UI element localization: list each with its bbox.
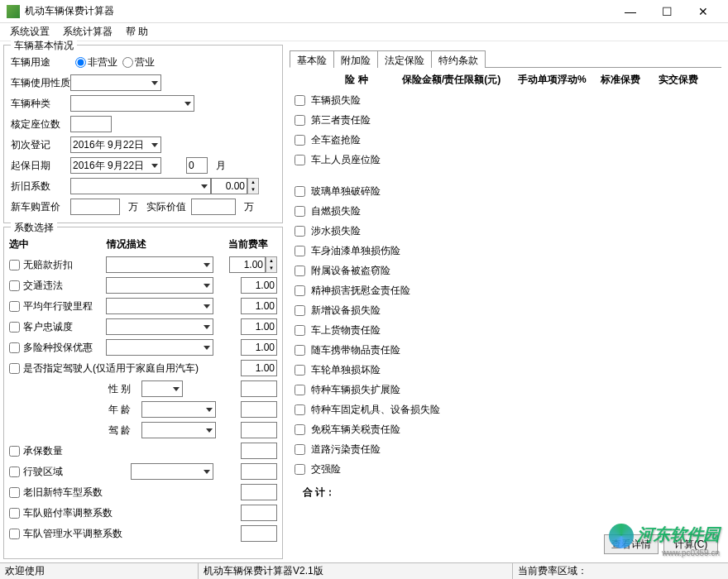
ins-check[interactable]: [295, 464, 305, 475]
months-input[interactable]: [186, 157, 208, 174]
driver-check[interactable]: [9, 363, 20, 374]
ins-check[interactable]: [295, 365, 305, 376]
sex-label: 性 别: [108, 382, 141, 396]
coeff-rate-input[interactable]: [241, 298, 277, 314]
tab-basic[interactable]: 基本险: [290, 50, 334, 68]
depr-select[interactable]: [70, 178, 211, 194]
age-rate[interactable]: [241, 401, 277, 418]
calculate-button[interactable]: 计算(C): [663, 534, 718, 554]
coeff-check-4[interactable]: [9, 342, 20, 353]
coeff-rate-input[interactable]: [229, 256, 266, 273]
menu-system-calculator[interactable]: 系统计算器: [58, 23, 117, 41]
ins-check[interactable]: [295, 385, 305, 395]
coeff-spin[interactable]: ▲▼: [266, 256, 277, 273]
usage-radio-commercial[interactable]: [122, 57, 133, 68]
coeff-desc-select[interactable]: [106, 339, 213, 356]
actual-input[interactable]: [191, 199, 236, 215]
ins-check[interactable]: [295, 345, 305, 356]
coeff-check-3[interactable]: [9, 322, 20, 333]
actual-label: 实际价值: [146, 200, 186, 214]
coeff-rate-input[interactable]: [241, 339, 277, 356]
ins-label: 免税车辆关税责任险: [311, 423, 716, 437]
sex-select[interactable]: [141, 380, 183, 397]
ins-check[interactable]: [295, 186, 305, 197]
extra-check-3[interactable]: [9, 508, 20, 519]
hdr-rate: 当前费率: [219, 237, 277, 251]
coeff-check-1[interactable]: [9, 280, 20, 291]
tab-special[interactable]: 特约条款: [431, 50, 486, 68]
driver-rate[interactable]: [241, 360, 277, 376]
first-reg-label: 初次登记: [9, 138, 70, 152]
ins-label: 涉水损失险: [311, 224, 716, 238]
ins-label: 车上货物责任险: [311, 323, 716, 337]
nature-select[interactable]: [70, 74, 161, 91]
ins-check[interactable]: [295, 135, 305, 146]
ins-label: 交强险: [311, 462, 716, 476]
ins-check[interactable]: [295, 115, 305, 126]
drive-age-select[interactable]: [141, 422, 216, 438]
insurance-item: 车辆损失险: [295, 90, 716, 110]
close-button[interactable]: ✕: [685, 1, 721, 22]
extra-rate-input[interactable]: [241, 484, 277, 500]
coeff-rate-input[interactable]: [241, 277, 277, 294]
seats-input[interactable]: [70, 116, 112, 132]
view-detail-button[interactable]: 查看详情: [604, 534, 659, 554]
coeff-desc-select[interactable]: [106, 298, 213, 314]
menu-system-settings[interactable]: 系统设置: [5, 23, 55, 41]
ins-check[interactable]: [295, 206, 305, 217]
age-select[interactable]: [141, 401, 216, 418]
first-reg-date[interactable]: [70, 136, 161, 153]
extra-rate-input[interactable]: [241, 505, 277, 521]
ins-check[interactable]: [295, 305, 305, 316]
usage-radio-noncommercial[interactable]: [75, 57, 86, 68]
start-date[interactable]: [70, 157, 161, 174]
extra-check-0[interactable]: [9, 446, 20, 457]
depr-value[interactable]: [211, 178, 247, 194]
type-label: 车辆种类: [9, 97, 70, 111]
coeff-rate-input[interactable]: [241, 318, 277, 335]
ins-check[interactable]: [295, 246, 305, 256]
ins-label: 特种车辆损失扩展险: [311, 383, 716, 397]
ins-check[interactable]: [295, 404, 305, 415]
vehicle-group-legend: 车辆基本情况: [11, 39, 77, 53]
insurance-item: 附属设备被盗窃险: [295, 261, 716, 280]
depr-spin[interactable]: ▲▼: [247, 178, 259, 194]
ins-check[interactable]: [295, 95, 305, 106]
hdr-desc: 情况描述: [34, 237, 219, 251]
ins-check[interactable]: [295, 226, 305, 237]
coeff-check-2[interactable]: [9, 301, 20, 312]
vehicle-info-group: 车辆基本情况 车辆用途 非营业 营业 车辆使用性质 车辆种类 核定座位数 初次登…: [3, 45, 283, 223]
menu-help[interactable]: 帮 助: [121, 23, 153, 41]
tab-additional[interactable]: 附加险: [333, 50, 378, 68]
coeff-label: 交通违法: [23, 279, 106, 293]
price-input[interactable]: [70, 199, 120, 215]
ins-check[interactable]: [295, 266, 305, 276]
type-select[interactable]: [70, 95, 194, 112]
maximize-button[interactable]: ☐: [649, 1, 685, 22]
ins-check[interactable]: [295, 424, 305, 435]
extra-rate-input[interactable]: [241, 443, 277, 459]
extra-desc-select[interactable]: [131, 463, 213, 480]
drive-age-rate[interactable]: [241, 422, 277, 438]
extra-label: 行驶区域: [23, 465, 131, 479]
ins-check[interactable]: [295, 155, 305, 165]
ins-label: 全车盗抢险: [311, 133, 716, 147]
ins-check[interactable]: [295, 285, 305, 296]
extra-check-2[interactable]: [9, 487, 20, 498]
extra-rate-input[interactable]: [241, 463, 277, 480]
extra-check-4[interactable]: [9, 529, 20, 539]
coeff-desc-select[interactable]: [106, 256, 213, 273]
coeff-check-0[interactable]: [9, 260, 20, 270]
ins-check[interactable]: [295, 444, 305, 455]
coeff-legend: 系数选择: [11, 221, 57, 235]
coeff-desc-select[interactable]: [106, 277, 213, 294]
coeff-label: 客户忠诚度: [23, 320, 106, 334]
ins-check[interactable]: [295, 325, 305, 336]
sex-rate[interactable]: [241, 380, 277, 397]
tab-statutory[interactable]: 法定保险: [377, 50, 432, 68]
coeff-desc-select[interactable]: [106, 318, 213, 335]
insurance-item: 新增设备损失险: [295, 300, 716, 320]
extra-check-1[interactable]: [9, 467, 20, 477]
minimize-button[interactable]: —: [612, 1, 649, 22]
extra-rate-input[interactable]: [241, 525, 277, 542]
